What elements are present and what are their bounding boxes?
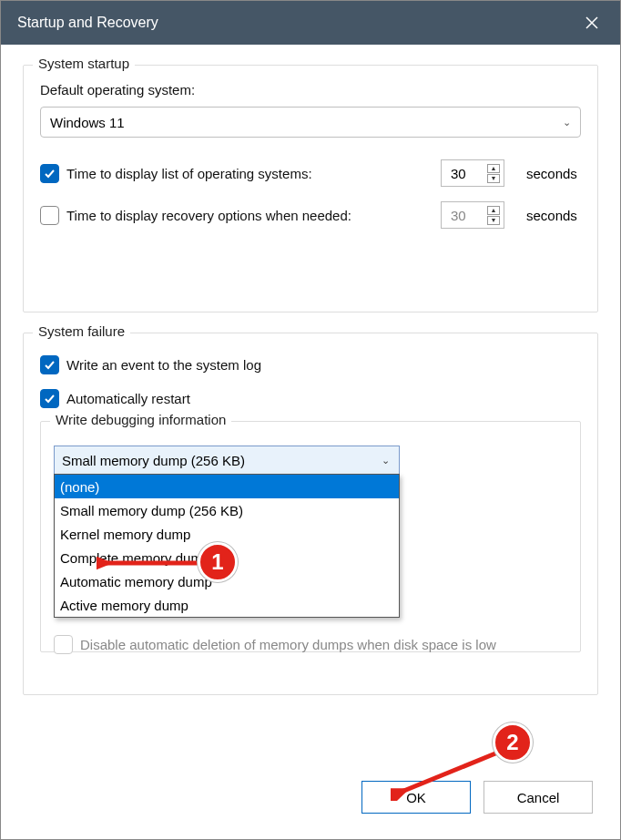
- option-none[interactable]: (none): [55, 475, 399, 498]
- time-recovery-value: 30: [451, 208, 466, 223]
- svg-line-1: [402, 752, 500, 792]
- system-startup-legend: System startup: [33, 56, 135, 71]
- write-debug-legend: Write debugging information: [50, 412, 231, 427]
- close-button[interactable]: [571, 5, 613, 41]
- seconds-label-2: seconds: [526, 208, 581, 223]
- time-os-list-value: 30: [451, 166, 466, 181]
- chevron-down-icon: ⌄: [563, 117, 571, 128]
- time-os-list-label: Time to display list of operating system…: [66, 166, 312, 181]
- chevron-down-icon: ⌄: [382, 455, 390, 466]
- close-icon: [585, 16, 598, 29]
- system-startup-group: System startup Default operating system:…: [23, 65, 598, 312]
- spinner-arrows-2: ▲ ▼: [487, 206, 500, 225]
- spinner-arrows[interactable]: ▲ ▼: [487, 164, 500, 183]
- auto-restart-checkbox[interactable]: [40, 389, 59, 408]
- option-small-dump[interactable]: Small memory dump (256 KB): [55, 498, 399, 522]
- auto-restart-label: Automatically restart: [66, 391, 190, 406]
- system-failure-group: System failure Write an event to the sys…: [23, 333, 598, 695]
- default-os-value: Windows 11: [50, 115, 125, 130]
- spinner-up-icon-2: ▲: [487, 206, 500, 215]
- spinner-down-icon[interactable]: ▼: [487, 174, 500, 183]
- debug-info-combo[interactable]: Small memory dump (256 KB) ⌄: [54, 446, 400, 475]
- annotation-arrow-2: [391, 746, 509, 801]
- seconds-label-1: seconds: [526, 166, 581, 181]
- time-os-list-checkbox[interactable]: [40, 164, 59, 183]
- time-os-list-spinner[interactable]: 30 ▲ ▼: [441, 159, 504, 187]
- content-area: System startup Default operating system:…: [1, 45, 620, 695]
- write-debug-group: Write debugging information Small memory…: [40, 421, 581, 652]
- annotation-1: 1: [198, 542, 238, 582]
- default-os-label: Default operating system:: [40, 82, 581, 97]
- disable-auto-delete-label: Disable automatic deletion of memory dum…: [80, 637, 496, 652]
- annotation-arrow-1: [97, 555, 204, 571]
- disable-auto-delete-checkbox: [54, 635, 73, 654]
- spinner-down-icon-2: ▼: [487, 216, 500, 225]
- write-event-checkbox[interactable]: [40, 355, 59, 374]
- time-recovery-checkbox[interactable]: [40, 206, 59, 225]
- option-active-dump[interactable]: Active memory dump: [55, 593, 399, 617]
- titlebar: Startup and Recovery: [1, 1, 620, 45]
- annotation-2: 2: [493, 722, 533, 763]
- system-failure-legend: System failure: [33, 323, 130, 339]
- time-recovery-label: Time to display recovery options when ne…: [66, 208, 351, 223]
- option-kernel-dump[interactable]: Kernel memory dump: [55, 522, 399, 546]
- debug-info-selected: Small memory dump (256 KB): [62, 453, 245, 468]
- spinner-up-icon[interactable]: ▲: [487, 164, 500, 173]
- default-os-select[interactable]: Windows 11 ⌄: [40, 107, 581, 138]
- write-event-label: Write an event to the system log: [66, 357, 261, 373]
- window-title: Startup and Recovery: [17, 15, 158, 31]
- time-recovery-spinner: 30 ▲ ▼: [441, 201, 504, 229]
